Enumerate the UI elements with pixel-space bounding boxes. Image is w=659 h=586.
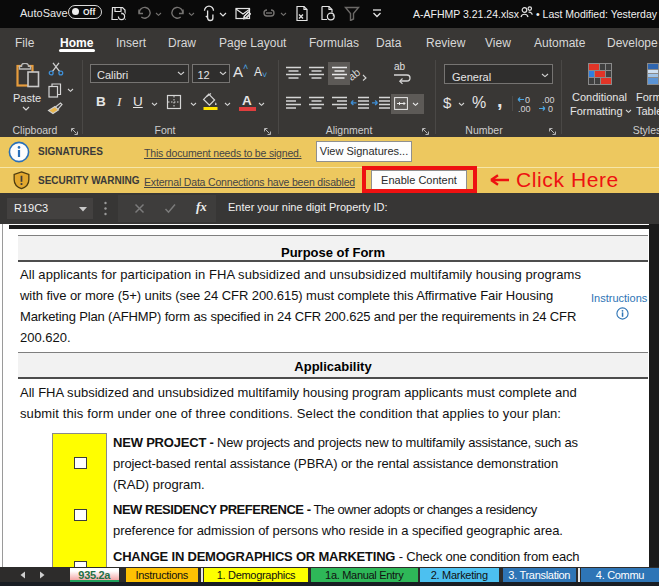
svg-text:ab: ab <box>350 66 362 81</box>
svg-text:0: 0 <box>548 104 553 113</box>
svg-text:.00: .00 <box>518 104 531 113</box>
